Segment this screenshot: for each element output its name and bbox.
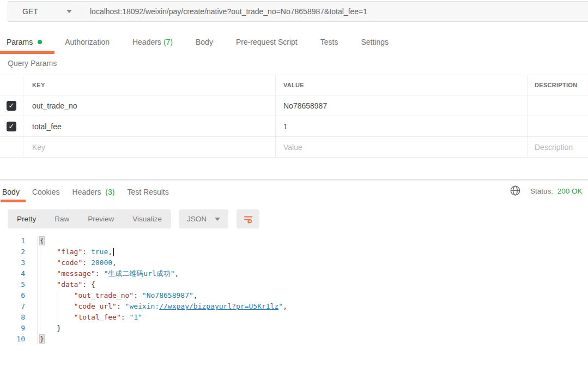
method-selector[interactable]: GET: [8, 2, 82, 21]
url-text: localhost:18092/weixin/pay/create/native…: [90, 7, 367, 16]
code-token: "message": [57, 269, 95, 278]
view-raw[interactable]: Raw: [45, 215, 78, 223]
code-url-link[interactable]: //wxpay/bizpayurl?pr=U5Kr1lz: [159, 302, 278, 310]
response-tabs: Body Cookies Headers (3) Test Results: [0, 183, 169, 201]
param-checkbox[interactable]: ✓: [7, 122, 16, 131]
language-selector[interactable]: JSON: [179, 209, 228, 228]
param-value-input[interactable]: No78658987: [276, 95, 528, 116]
code-token: :: [121, 313, 130, 321]
tab-headers-label: Headers: [132, 38, 161, 46]
param-key-input[interactable]: total_fee: [23, 116, 276, 136]
response-tab-headers-count: (3): [105, 188, 114, 196]
wrap-text-button[interactable]: [237, 209, 259, 228]
tab-body[interactable]: Body: [196, 38, 213, 46]
code-token: "data": [57, 280, 82, 288]
param-description-input[interactable]: [528, 95, 588, 116]
tab-settings-label: Settings: [361, 38, 389, 46]
param-checkbox-cell: ✓: [0, 95, 23, 116]
tab-headers[interactable]: Headers (7): [132, 38, 173, 46]
status-label: Status:: [530, 187, 553, 195]
line-number: 10: [0, 334, 25, 345]
view-switcher: PrettyRawPreviewVisualize: [8, 209, 171, 228]
code-line-content: }: [37, 323, 61, 334]
text-cursor: [113, 248, 114, 256]
tab-prerequest-script[interactable]: Pre-request Script: [236, 38, 298, 46]
code-token: :: [95, 269, 104, 278]
indent-guide: [57, 290, 57, 323]
response-tab-cookies[interactable]: Cookies: [32, 188, 60, 196]
status-line: Status: 200 OK: [530, 187, 583, 195]
tab-params[interactable]: Params: [7, 38, 42, 46]
view-visualize[interactable]: Visualize: [123, 215, 171, 223]
request-url-bar: GET localhost:18092/weixin/pay/create/na…: [8, 1, 588, 22]
globe-icon[interactable]: [510, 185, 520, 198]
param-key-input[interactable]: out_trade_no: [23, 95, 276, 116]
code-line: 9 }: [0, 323, 588, 334]
code-token: true: [91, 248, 108, 256]
code-line: 5 "data": {: [0, 279, 588, 290]
code-line-content: "code": 20000,: [37, 257, 117, 268]
code-token: :: [134, 291, 142, 299]
pane-divider[interactable]: [0, 179, 588, 181]
code-line: 7 "code_url": "weixin://wxpay/bizpayurl?…: [0, 301, 588, 312]
response-tab-headers[interactable]: Headers (3): [72, 188, 115, 196]
code-token: : {: [82, 280, 95, 288]
code-line-content: {: [37, 236, 44, 246]
code-line-content: "message": "生成二维码url成功",: [37, 268, 179, 279]
code-token: 20000: [91, 258, 112, 267]
code-token: :: [82, 248, 91, 256]
line-number: 3: [0, 257, 25, 268]
tab-body-label: Body: [196, 38, 213, 46]
param-description-input[interactable]: Description: [528, 137, 588, 157]
code-line: 6 "out_trade_no": "No78658987",: [0, 290, 588, 301]
caret-down-icon: [66, 10, 72, 13]
code-token: ,: [193, 291, 198, 299]
param-value-input[interactable]: Value: [276, 137, 528, 157]
tab-settings[interactable]: Settings: [361, 38, 389, 46]
table-header-row: KEY VALUE DESCRIPTION: [0, 75, 588, 95]
param-description-input[interactable]: [528, 116, 588, 136]
param-value-input[interactable]: 1: [276, 116, 528, 136]
code-line: 8 "total_fee": "1": [0, 312, 588, 323]
param-row: ✓out_trade_noNo78658987: [0, 95, 588, 116]
code-token: :: [117, 302, 125, 310]
line-number: 5: [0, 279, 25, 290]
code-token: "code": [57, 258, 82, 267]
code-token: "生成二维码url成功": [104, 269, 174, 278]
code-token: ,: [283, 302, 287, 310]
param-checkbox-cell: [0, 137, 23, 157]
line-number: 6: [0, 290, 25, 301]
code-token: }: [40, 335, 44, 343]
param-key-input[interactable]: Key: [23, 137, 276, 157]
column-header-description: DESCRIPTION: [528, 75, 588, 95]
param-checkbox[interactable]: ✓: [7, 101, 16, 111]
response-tab-body[interactable]: Body: [2, 188, 20, 196]
code-line-content: "out_trade_no": "No78658987",: [37, 290, 198, 301]
tab-params-label: Params: [7, 38, 33, 46]
code-line-content: "total_fee": "1": [37, 312, 142, 323]
view-preview[interactable]: Preview: [78, 215, 123, 223]
view-pretty[interactable]: Pretty: [8, 215, 45, 223]
query-params-title: Query Params: [8, 59, 57, 68]
code-line: 1{: [0, 236, 588, 246]
tab-authorization[interactable]: Authorization: [65, 38, 110, 46]
param-row: ✓total_fee1: [0, 116, 588, 137]
line-number: 8: [0, 312, 25, 323]
column-header-value: VALUE: [276, 75, 528, 95]
code-token: "No78658987": [142, 291, 193, 299]
line-number: 2: [0, 246, 25, 257]
url-input[interactable]: localhost:18092/weixin/pay/create/native…: [82, 2, 588, 21]
response-body-json[interactable]: 1{2 "flag": true,3 "code": 20000,4 "mess…: [0, 236, 588, 345]
code-line-content: "flag": true,: [37, 246, 114, 257]
header-checkbox-cell: [0, 75, 23, 95]
language-label: JSON: [187, 215, 207, 223]
code-token: }: [40, 324, 61, 332]
tab-headers-count: (7): [163, 38, 173, 46]
tab-tests[interactable]: Tests: [320, 38, 338, 46]
code-token: "out_trade_no": [74, 291, 134, 299]
code-token: {: [40, 237, 44, 245]
code-token: :: [82, 258, 91, 267]
response-tab-test-results[interactable]: Test Results: [127, 188, 168, 196]
code-token: [40, 269, 57, 278]
code-line-content: "data": {: [37, 279, 95, 290]
